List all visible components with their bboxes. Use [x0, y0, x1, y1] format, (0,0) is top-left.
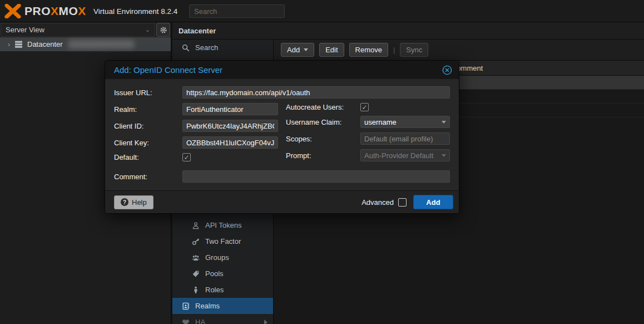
user-outline-icon	[191, 222, 200, 229]
client-id-field[interactable]	[182, 120, 278, 132]
proxmox-app: PROXMOX Virtual Environment 8.2.4 Server…	[0, 0, 644, 324]
address-book-icon	[181, 302, 190, 310]
top-header: PROXMOX Virtual Environment 8.2.4	[0, 0, 644, 22]
scopes-label: Scopes:	[286, 135, 360, 143]
tag-icon	[191, 270, 200, 278]
dialog-title: Add: OpenID Connect Server	[114, 65, 222, 75]
dialog-right-column: Autocreate Users: ✓ Username Claim: user…	[286, 103, 450, 161]
prompt-select[interactable]: Auth-Provider Default	[360, 149, 450, 161]
scopes-field[interactable]	[360, 132, 450, 145]
gear-icon	[160, 26, 167, 34]
expand-arrow-icon[interactable]: ›	[8, 41, 10, 48]
expand-caret-icon	[264, 320, 267, 324]
client-key-field[interactable]	[182, 136, 278, 149]
dialog-body: Issuer URL: Realm: Client ID: Client Key…	[105, 79, 459, 190]
chevron-down-icon	[442, 154, 446, 157]
proxmox-x-icon	[4, 4, 21, 18]
autocreate-users-label: Autocreate Users:	[286, 103, 360, 111]
issuer-url-label: Issuer URL:	[114, 89, 182, 97]
chevron-down-icon	[442, 121, 446, 124]
proxmox-logo: PROXMOX Virtual Environment 8.2.4	[0, 4, 177, 18]
view-selector[interactable]: Server View ⌄	[1, 23, 155, 37]
issuer-url-row: Issuer URL:	[114, 86, 450, 99]
realm-field[interactable]	[182, 103, 278, 115]
panel-title: Datacenter	[172, 22, 644, 40]
dropdown-caret-icon	[304, 48, 308, 51]
search-icon	[181, 44, 190, 52]
prompt-label: Prompt:	[286, 151, 360, 160]
brand-wordmark: PROXMOX	[24, 4, 86, 18]
sidebar-item-search[interactable]: Search	[172, 40, 273, 56]
advanced-label: Advanced	[361, 198, 394, 207]
version-text: Virtual Environment 8.2.4	[93, 7, 177, 16]
tree-item-label: Datacenter	[27, 40, 63, 48]
users-group-icon	[191, 254, 200, 262]
view-options-button[interactable]	[156, 23, 170, 37]
person-icon	[191, 286, 200, 294]
default-checkbox[interactable]: ✓	[182, 153, 191, 161]
view-selector-bar: Server View ⌄	[0, 22, 171, 37]
column-header-comment[interactable]: Comment	[447, 61, 644, 75]
dialog-title-bar[interactable]: Add: OpenID Connect Server	[105, 61, 459, 79]
tree-item-datacenter[interactable]: › Datacenter	[0, 37, 171, 51]
realms-toolbar: Add Edit Remove | Sync	[274, 40, 644, 60]
question-icon: ?	[121, 198, 128, 206]
realm-label: Realm:	[114, 105, 182, 114]
global-search-input[interactable]	[189, 4, 285, 18]
close-icon[interactable]	[442, 65, 452, 75]
sidebar-item-groups[interactable]: Groups	[172, 249, 273, 266]
dialog-left-column: Realm: Client ID: Client Key: Default: ✓	[114, 103, 278, 161]
redacted-node-name	[68, 40, 134, 48]
add-button[interactable]: Add	[281, 43, 314, 57]
username-claim-label: Username Claim:	[286, 118, 360, 126]
username-claim-select[interactable]: username	[360, 116, 450, 128]
toolbar-separator: |	[393, 46, 395, 54]
sidebar-item-realms[interactable]: Realms	[172, 298, 273, 314]
issuer-url-field[interactable]	[182, 86, 450, 99]
comment-row: Comment:	[114, 170, 450, 183]
heartbeat-icon	[181, 318, 190, 324]
client-id-label: Client ID:	[114, 122, 182, 130]
sidebar-item-api-tokens[interactable]: API Tokens	[172, 217, 273, 233]
default-label: Default:	[114, 153, 182, 161]
key-icon	[191, 238, 200, 246]
autocreate-users-checkbox[interactable]: ✓	[360, 103, 369, 111]
sidebar-item-roles[interactable]: Roles	[172, 282, 273, 298]
sync-button[interactable]: Sync	[400, 43, 428, 57]
help-button[interactable]: ? Help	[114, 195, 153, 209]
comment-field[interactable]	[182, 170, 450, 183]
sidebar-item-pools[interactable]: Pools	[172, 266, 273, 282]
edit-button[interactable]: Edit	[319, 43, 344, 57]
comment-label: Comment:	[114, 173, 182, 181]
advanced-checkbox[interactable]	[398, 198, 407, 207]
add-submit-button[interactable]: Add	[413, 195, 453, 209]
remove-button[interactable]: Remove	[349, 43, 388, 57]
chevron-down-icon: ⌄	[145, 26, 150, 33]
sidebar-item-two-factor[interactable]: Two Factor	[172, 233, 273, 249]
sidebar-item-ha[interactable]: HA	[172, 314, 273, 324]
add-openid-dialog: Add: OpenID Connect Server Issuer URL: R…	[105, 60, 459, 214]
client-key-label: Client Key:	[114, 139, 182, 147]
dialog-footer: ? Help Advanced Add	[105, 190, 459, 213]
server-icon	[14, 40, 23, 48]
